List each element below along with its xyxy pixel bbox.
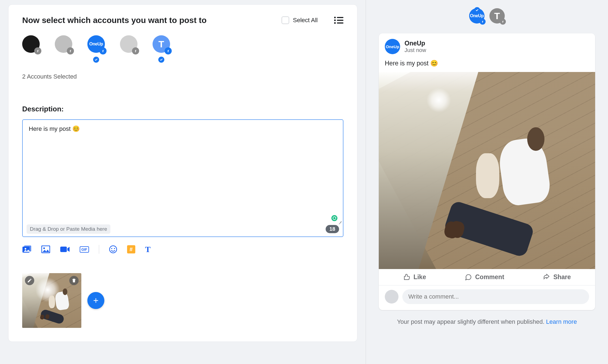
facebook-badge-icon <box>34 47 41 54</box>
resize-handle-icon[interactable] <box>338 220 342 224</box>
svg-point-0 <box>334 17 336 18</box>
account-avatar[interactable] <box>87 35 105 53</box>
image-icon[interactable] <box>41 245 50 253</box>
description-input[interactable]: Here is my post 😊 <box>23 120 343 222</box>
svg-point-8 <box>25 248 26 250</box>
select-all-checkbox[interactable] <box>282 16 289 24</box>
disclaimer-text: Your post may appear slightly different … <box>397 318 546 325</box>
compose-card: Now select which accounts you want to po… <box>8 4 357 342</box>
facebook-badge-icon <box>132 47 139 54</box>
facebook-badge-icon <box>99 47 107 54</box>
svg-rect-5 <box>337 22 343 24</box>
compose-toolbar: GIF # T <box>22 245 343 254</box>
selected-check-icon <box>474 7 480 13</box>
comment-button[interactable]: Comment <box>465 273 504 281</box>
like-button[interactable]: Like <box>403 273 426 281</box>
media-thumbnails <box>22 273 343 328</box>
preview-post-text: Here is my post 😊 <box>379 57 595 72</box>
preview-account-tab[interactable] <box>469 8 484 24</box>
add-media-button[interactable] <box>87 292 104 309</box>
account-avatar[interactable] <box>22 35 40 53</box>
selected-check-icon <box>93 57 99 63</box>
account-avatar[interactable] <box>120 35 137 53</box>
compose-title: Now select which accounts you want to po… <box>22 16 207 25</box>
delete-thumbnail-button[interactable] <box>69 276 79 285</box>
comment-label: Comment <box>475 273 504 281</box>
hashtag-icon[interactable]: # <box>127 245 135 253</box>
preview-author-name: OneUp <box>405 40 426 47</box>
like-label: Like <box>414 273 426 281</box>
character-count-badge: 18 <box>326 225 339 233</box>
facebook-badge-icon <box>500 19 506 25</box>
description-label: Description: <box>22 105 343 113</box>
svg-point-2 <box>334 19 336 21</box>
svg-point-10 <box>43 247 45 249</box>
list-view-icon[interactable] <box>334 16 343 24</box>
grammarly-icon[interactable] <box>330 214 339 222</box>
description-box: Here is my post 😊 Drag & Drop or Paste M… <box>22 119 343 237</box>
select-all-toggle[interactable]: Select All <box>282 16 318 24</box>
share-label: Share <box>553 273 571 281</box>
svg-rect-11 <box>60 247 67 252</box>
emoji-icon[interactable] <box>109 245 117 253</box>
post-preview-card: OneUp Just now Here is my post 😊 Like Co… <box>379 33 595 310</box>
svg-point-13 <box>111 248 112 249</box>
gif-icon[interactable]: GIF <box>80 246 89 253</box>
facebook-badge-icon <box>165 47 172 54</box>
svg-point-14 <box>114 248 115 249</box>
comment-input[interactable] <box>402 289 589 304</box>
commenter-avatar-icon <box>385 290 398 304</box>
account-avatar[interactable] <box>153 35 170 53</box>
preview-account-tabs <box>469 8 505 24</box>
preview-post-image <box>379 72 595 269</box>
image-gallery-icon[interactable] <box>22 245 31 253</box>
svg-point-4 <box>334 22 336 24</box>
preview-author-avatar-icon <box>385 39 400 54</box>
edit-thumbnail-button[interactable] <box>25 276 34 285</box>
accounts-row <box>22 35 343 53</box>
share-button[interactable]: Share <box>543 273 571 281</box>
preview-disclaimer: Your post may appear slightly different … <box>397 318 577 325</box>
drag-drop-hint: Drag & Drop or Paste Media here <box>27 224 110 234</box>
toolbar-divider <box>99 245 99 254</box>
facebook-badge-icon <box>67 47 74 54</box>
video-icon[interactable] <box>60 246 70 253</box>
svg-rect-1 <box>337 17 343 18</box>
account-avatar[interactable] <box>55 35 72 53</box>
learn-more-link[interactable]: Learn more <box>546 318 577 325</box>
preview-account-tab[interactable] <box>489 8 505 24</box>
text-tool-icon[interactable]: T <box>145 245 151 254</box>
facebook-badge-icon <box>480 19 486 25</box>
media-thumbnail[interactable] <box>22 273 81 328</box>
select-all-label: Select All <box>293 17 318 24</box>
svg-rect-3 <box>337 20 343 21</box>
preview-timestamp: Just now <box>405 47 426 53</box>
accounts-selected-count: 2 Accounts Selected <box>22 73 343 80</box>
svg-point-12 <box>110 246 117 253</box>
selected-check-icon <box>158 57 164 63</box>
